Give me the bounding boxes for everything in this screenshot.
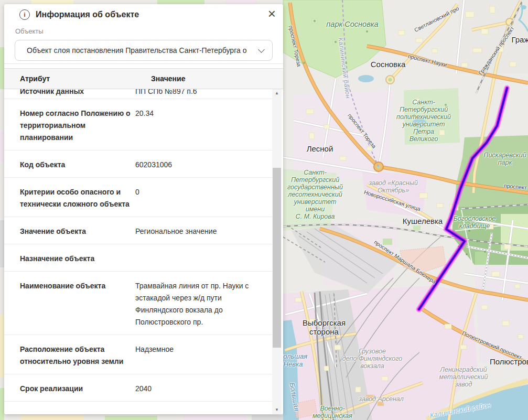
- scroll-down-icon[interactable]: ▼: [272, 406, 282, 414]
- attribute-cell: Источник данных: [4, 89, 135, 99]
- column-header-value: Значение: [151, 69, 185, 89]
- value-cell: Надземное: [135, 343, 272, 368]
- table-row: Срок реализации2040: [4, 374, 272, 402]
- attribute-cell: Код объекта: [4, 159, 135, 171]
- attribute-cell: Расположение объекта относительно уровня…: [4, 343, 135, 368]
- attribute-cell: Номер согласно Положению о территориальн…: [4, 107, 135, 144]
- close-icon[interactable]: ×: [268, 6, 276, 21]
- attribute-cell: Наименование объекта: [4, 280, 135, 328]
- attribute-table: Источник данныхПП СПб №897 п.6Номер согл…: [4, 89, 272, 409]
- table-row: Расположение объекта относительно уровня…: [4, 335, 272, 374]
- table-row-clipped: Источник данныхПП СПб №897 п.6: [4, 89, 272, 99]
- scroll-up-icon[interactable]: ▲: [272, 89, 282, 98]
- value-cell: ПП СПб №897 п.6: [135, 89, 272, 99]
- table-scrollbar[interactable]: ▲ ▼: [272, 89, 282, 414]
- attribute-cell: Срок реализации: [4, 383, 135, 395]
- table-row: Код объекта602031006: [4, 150, 272, 178]
- value-cell: 2040: [135, 383, 272, 395]
- table-row: Критерии особо опасного и технически сло…: [4, 178, 272, 217]
- dropdown-value: Объект слоя постановления Правительства …: [27, 40, 254, 60]
- value-cell: Трамвайная линия от пр. Науки с эстакадо…: [135, 280, 272, 328]
- attribute-cell: Значение объекта: [4, 225, 135, 238]
- table-row: Наименование объектаТрамвайная линия от …: [4, 272, 272, 335]
- chevron-down-icon: [258, 46, 265, 53]
- objects-label: Объекты: [15, 27, 44, 35]
- attribute-cell: Критерии особо опасного и технически сло…: [4, 186, 135, 210]
- value-cell: [135, 253, 272, 265]
- value-cell: 602031006: [135, 159, 272, 171]
- divider: [4, 63, 283, 64]
- panel-title: Информация об объекте: [36, 10, 139, 19]
- info-icon: i: [19, 9, 30, 20]
- table-row: Номер согласно Положению о территориальн…: [4, 99, 272, 150]
- layer-object-dropdown[interactable]: Объект слоя постановления Правительства …: [15, 40, 273, 61]
- value-cell: 20.34: [135, 107, 272, 144]
- attribute-cell: Назначение объекта: [4, 253, 135, 265]
- value-cell: Региональное значение: [135, 225, 272, 238]
- table-row: Назначение объекта: [4, 244, 272, 272]
- object-info-panel: i Информация об объекте × Объекты Объект…: [4, 4, 283, 414]
- table-header: Атрибут Значение: [4, 68, 283, 89]
- value-cell: 0: [135, 186, 272, 210]
- app-window: парк СосновкаСосновкаГраждаСветлановский…: [0, 0, 528, 420]
- table-row: Значение объектаРегиональное значение: [4, 217, 272, 244]
- scrollbar-thumb[interactable]: [273, 168, 281, 348]
- column-header-attribute: Атрибут: [20, 69, 50, 89]
